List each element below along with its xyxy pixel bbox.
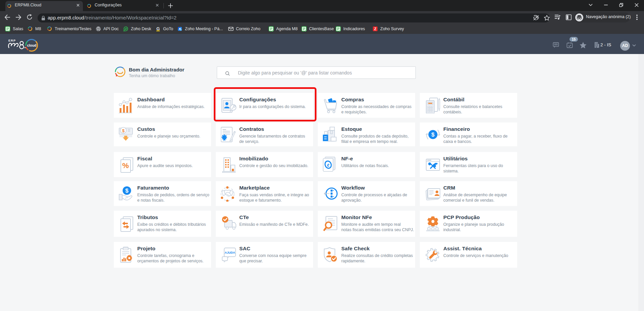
- svg-text:AJUDA: AJUDA: [225, 251, 235, 254]
- svg-text:Z: Z: [374, 27, 377, 31]
- svg-text:%: %: [122, 161, 129, 170]
- svg-text:cloud: cloud: [27, 43, 37, 47]
- svg-text:$: $: [431, 132, 435, 138]
- svg-text:$: $: [125, 188, 129, 194]
- svg-text:ERP: ERP: [8, 39, 16, 42]
- svg-text:$: $: [122, 128, 125, 133]
- svg-text:G: G: [156, 26, 160, 31]
